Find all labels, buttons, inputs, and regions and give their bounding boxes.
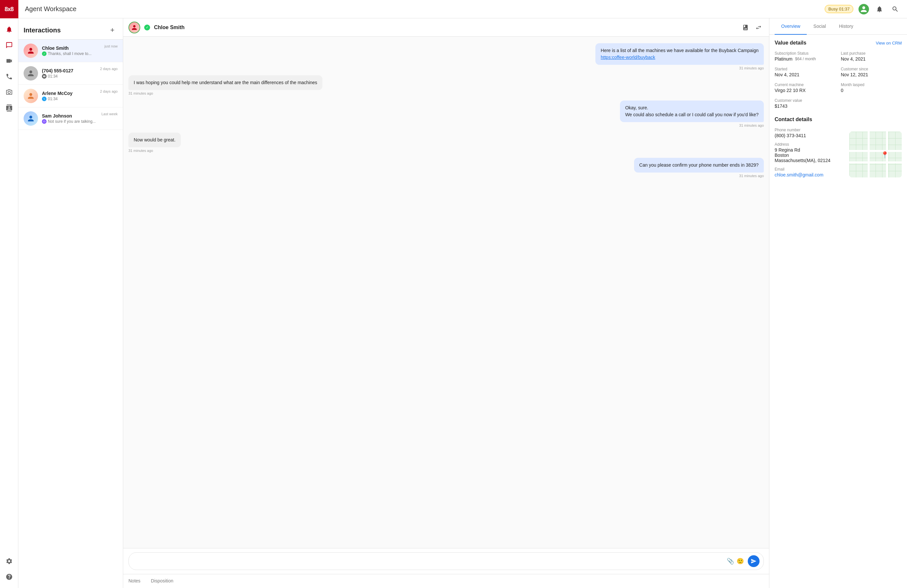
interaction-item[interactable]: Arlene McCoy 𝕏 01:34 2 days ago — [18, 85, 123, 107]
interaction-info: Arlene McCoy 𝕏 01:34 — [42, 91, 96, 101]
address-line2: Boston — [775, 153, 844, 158]
month-lapsed-field: Month lasped 0 — [841, 83, 902, 93]
phone-value: (800) 373-3411 — [775, 133, 844, 138]
avatar — [24, 66, 38, 80]
chat-input[interactable] — [133, 559, 724, 564]
knowledge-base-button[interactable] — [740, 22, 751, 33]
notification-icon[interactable] — [874, 4, 885, 14]
interactions-header: Interactions + — [18, 18, 123, 40]
tab-social[interactable]: Social — [807, 18, 832, 35]
message-bubble: Now would be great. — [128, 133, 181, 147]
phone-label: Phone number — [775, 128, 844, 132]
map-road — [849, 150, 902, 152]
interaction-info: (704) 555-0127 ☎ 01:34 — [42, 68, 96, 78]
map-pin: 📍 — [881, 151, 889, 159]
nav-bottom — [2, 550, 16, 588]
phone-icon: ☎ — [42, 74, 46, 78]
interaction-preview: ⓜ Not sure if you are talking... — [42, 119, 97, 124]
message-group: I was hoping you could help me understan… — [128, 75, 764, 95]
interactions-panel: Interactions + Chloe Smith ✓ Thanks, sha… — [18, 18, 123, 588]
map-road — [849, 161, 902, 163]
customer-value-field: Customer value $1743 — [775, 98, 836, 109]
tab-history[interactable]: History — [833, 18, 860, 35]
interaction-info: Chloe Smith ✓ Thanks, shall I move to... — [42, 45, 101, 56]
nav-item-contacts[interactable] — [2, 101, 16, 115]
interaction-time: Last week — [101, 112, 118, 116]
nav-item-notifications[interactable] — [2, 22, 16, 37]
message-link[interactable]: https:coffee-world/buyback — [601, 55, 655, 60]
chat-header-icons — [740, 22, 764, 33]
interaction-item[interactable]: (704) 555-0127 ☎ 01:34 2 days ago — [18, 62, 123, 85]
details-tabs: Overview Social History — [769, 18, 907, 35]
email-value[interactable]: chloe.smith@gmail.com — [775, 172, 844, 177]
message-time: 31 minutes ago — [128, 66, 764, 70]
nav-item-video[interactable] — [2, 54, 16, 68]
subscription-status-field: Subscription Status Platinum $64 / month — [775, 51, 836, 62]
section-title: Value details — [775, 40, 806, 46]
search-icon[interactable] — [890, 4, 901, 14]
last-purchase-field: Last purchase Nov 4, 2021 — [841, 51, 902, 62]
avatar — [24, 43, 38, 58]
current-machine-value: Virgo 22 10 RX — [775, 88, 836, 93]
transfer-button[interactable] — [753, 22, 764, 33]
interaction-item[interactable]: Sam Johnson ⓜ Not sure if you are talkin… — [18, 107, 123, 130]
nav-item-phone[interactable] — [2, 69, 16, 84]
message-bubble: Okay, sure.We could also schedule a call… — [620, 101, 764, 122]
subscription-status-label: Subscription Status — [775, 51, 836, 56]
interactions-title: Interactions — [24, 27, 61, 34]
address-field: Address 9 Regina Rd Boston Massachusetts… — [775, 142, 844, 163]
customer-value-value: $1743 — [775, 104, 836, 109]
tab-notes[interactable]: Notes — [128, 574, 141, 588]
emoji-icon[interactable]: 🙂 — [737, 558, 744, 565]
interaction-item[interactable]: Chloe Smith ✓ Thanks, shall I move to...… — [18, 40, 123, 62]
attachment-icon[interactable]: 📎 — [727, 558, 734, 565]
twitter-icon: 𝕏 — [42, 97, 46, 101]
contact-section-title: Contact details — [775, 117, 812, 123]
tab-disposition[interactable]: Disposition — [151, 574, 173, 588]
customer-since-label: Customer since — [841, 67, 902, 71]
last-purchase-value: Nov 4, 2021 — [841, 56, 902, 62]
nav-bar: 8x8 — [0, 0, 18, 588]
header-right: Busy 01:37 — [825, 4, 901, 14]
status-badge[interactable]: Busy 01:37 — [825, 5, 853, 13]
details-panel: Overview Social History Value details Vi… — [769, 18, 907, 588]
address-label: Address — [775, 142, 844, 147]
nav-items — [2, 18, 16, 550]
nav-item-help[interactable] — [2, 570, 16, 584]
message-group: Can you please confirm your phone number… — [128, 158, 764, 178]
chat-header: ✓ Chloe Smith — [123, 18, 769, 37]
interaction-time: just now — [104, 44, 118, 48]
nav-item-camera[interactable] — [2, 85, 16, 99]
interaction-info: Sam Johnson ⓜ Not sure if you are talkin… — [42, 113, 97, 124]
avatar — [24, 89, 38, 103]
contact-details-grid: Phone number (800) 373-3411 Address 9 Re… — [775, 128, 844, 177]
last-purchase-label: Last purchase — [841, 51, 902, 56]
message-time: 31 minutes ago — [128, 123, 764, 127]
details-grid: Subscription Status Platinum $64 / month… — [775, 51, 902, 109]
add-interaction-button[interactable]: + — [107, 25, 118, 35]
chat-input-row: 📎 🙂 — [128, 552, 764, 570]
contact-details-section: Contact details Phone number (800) 373-3… — [775, 117, 902, 177]
message-bubble: Can you please confirm your phone number… — [634, 158, 764, 173]
send-button[interactable] — [748, 555, 760, 567]
message-group: Okay, sure.We could also schedule a call… — [128, 101, 764, 127]
view-crm-link[interactable]: View on CRM — [876, 41, 902, 45]
interaction-time: 2 days ago — [100, 89, 118, 93]
map-road — [868, 132, 870, 177]
nav-item-settings[interactable] — [2, 554, 16, 568]
agent-avatar[interactable] — [859, 4, 869, 14]
nav-item-chat[interactable] — [2, 38, 16, 53]
chat-contact-name: Chloe Smith — [154, 24, 736, 30]
contact-section-header: Contact details — [775, 117, 902, 123]
customer-value-label: Customer value — [775, 98, 836, 103]
app-title: Agent Workspace — [25, 5, 819, 13]
email-field: Email chloe.smith@gmail.com — [775, 167, 844, 177]
email-label: Email — [775, 167, 844, 171]
content-area: Interactions + Chloe Smith ✓ Thanks, sha… — [18, 18, 907, 588]
interaction-preview: ☎ 01:34 — [42, 74, 96, 78]
tab-overview[interactable]: Overview — [775, 18, 807, 35]
chat-channel-icon: ✓ — [144, 24, 150, 30]
subscription-status-value: Platinum $64 / month — [775, 56, 836, 62]
message-time: 31 minutes ago — [128, 174, 764, 178]
avatar — [24, 111, 38, 126]
